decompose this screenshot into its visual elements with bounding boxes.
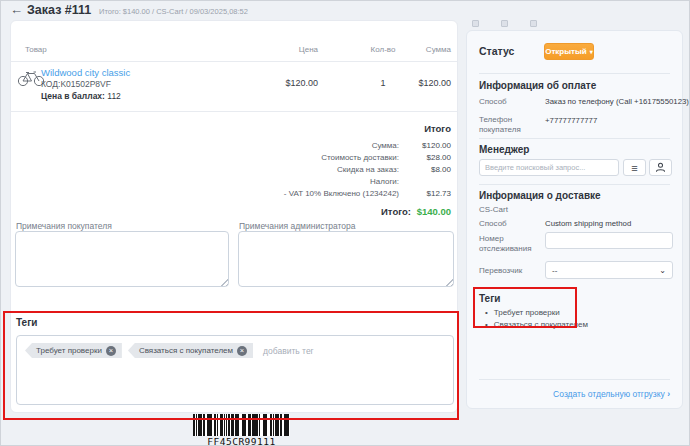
list-button[interactable]: ≡ (623, 159, 646, 176)
totals-label: Сумма: (159, 141, 399, 150)
totals-value: $28.00 (405, 153, 451, 162)
bullet-icon: • (485, 320, 488, 329)
totals-label: Налоги: (159, 177, 399, 186)
sidebar-tag-label: Связаться с покупателем (494, 320, 588, 329)
points-value: 112 (105, 91, 121, 101)
select-user-button[interactable] (649, 159, 672, 176)
status-dropdown-button[interactable]: Открытый ▾ (544, 43, 594, 60)
shipping-heading: Информация о доставке (479, 190, 601, 201)
toolbar (472, 20, 537, 27)
product-subtotal: $120.00 (381, 78, 451, 88)
totals-line: - VAT 10% Включено (1234242) $12.73 (11, 189, 451, 200)
order-meta: Итого: $140.00 / CS-Cart / 09/03/2025,08… (99, 7, 248, 16)
col-header-subtotal: Сумма (381, 45, 451, 54)
manager-search-input[interactable] (479, 159, 619, 176)
payment-method-label: Способ (479, 97, 541, 107)
totals-value: $8.00 (405, 165, 451, 174)
customer-notes-label: Примечания покупателя (16, 221, 112, 231)
tag-chip-label: Связаться с покупателем (139, 346, 233, 355)
product-price: $120.00 (248, 78, 318, 88)
divider (479, 184, 670, 185)
hamburger-icon: ≡ (631, 162, 637, 174)
order-card: Товар Цена Кол-во Сумма Wildwood city cl… (10, 20, 458, 413)
totals-label: Скидка на заказ: (159, 165, 399, 174)
status-value: Открытый (545, 47, 587, 56)
sidebar-tag-item: •Связаться с покупателем (485, 320, 588, 329)
shipping-method-label: Способ (479, 219, 541, 229)
totals-line: Скидка на заказ: $8.00 (11, 165, 451, 176)
manager-heading: Менеджер (479, 144, 529, 155)
customer-phone-label: Телефон покупателя (479, 115, 541, 135)
tags-section-heading: Теги (16, 317, 37, 328)
carrier-label: Перевозчик (479, 266, 541, 276)
product-points: Цена в баллах: 112 (41, 91, 121, 101)
select-caret-icon: ⌄ (659, 266, 666, 275)
barcode-image (193, 414, 290, 436)
payment-heading: Информация об оплате (479, 80, 596, 91)
product-link[interactable]: Wildwood city classic (41, 67, 130, 78)
bullet-icon: • (485, 308, 488, 317)
tag-chip-label: Требует проверки (36, 346, 102, 355)
back-icon[interactable]: ← (10, 2, 23, 17)
totals-value: $12.73 (405, 189, 451, 198)
create-shipment-link[interactable]: Создать отдельную отгрузку › (553, 389, 670, 399)
divider (479, 73, 670, 74)
admin-notes-label: Примечания администратора (239, 221, 356, 231)
chevron-right-icon: › (667, 389, 670, 399)
tag-chip[interactable]: Связаться с покупателем × (128, 343, 253, 358)
order-sidebar: Статус Открытый ▾ Информация об оплате С… (466, 30, 683, 409)
totals-value: $120.00 (405, 141, 451, 150)
carrier-select[interactable]: -- ⌄ (545, 261, 673, 279)
toolbar-panel-icon[interactable] (501, 20, 508, 27)
product-code: КОД:K01502P8VF (41, 79, 111, 89)
col-header-price: Цена (248, 45, 318, 54)
divider (479, 138, 670, 139)
grand-total-label: Итого: (251, 206, 411, 217)
customer-notes-textarea[interactable] (15, 231, 229, 287)
carrier-selected-value: -- (552, 266, 557, 275)
page-title: Заказ #111 (27, 3, 91, 17)
tracking-number-label: Номер отслеживания (479, 234, 541, 254)
sidebar-tags-heading: Теги (479, 293, 500, 304)
toolbar-list-icon[interactable] (472, 20, 479, 27)
remove-tag-icon[interactable]: × (237, 346, 247, 356)
divider (479, 379, 670, 380)
totals-label: - VAT 10% Включено (1234242) (159, 189, 399, 198)
grand-total-value: $140.00 (391, 206, 451, 217)
chevron-down-icon: ▾ (590, 48, 593, 55)
toolbar-columns-icon[interactable] (530, 20, 537, 27)
sidebar-tag-label: Требует проверки (494, 308, 560, 317)
totals-line: Стоимость доставки: $28.00 (11, 153, 451, 164)
totals-line: Сумма: $120.00 (11, 141, 451, 152)
shipping-method-value: Custom shipping method (545, 219, 631, 228)
create-shipment-label: Создать отдельную отгрузку (553, 389, 665, 399)
order-details-page: ← Заказ #111 Итого: $140.00 / CS-Cart / … (0, 0, 690, 446)
payment-method-value: Заказ по телефону (Call +16175550123) (545, 97, 689, 106)
tracking-number-input[interactable] (545, 232, 673, 249)
totals-label: Стоимость доставки: (159, 153, 399, 162)
admin-notes-textarea[interactable] (238, 231, 454, 287)
tags-input-area[interactable]: Требует проверки × Связаться с покупател… (16, 335, 454, 405)
table-header-divider (11, 61, 457, 62)
row-divider (11, 111, 457, 112)
barcode-text: FF45CR99111 (185, 436, 298, 446)
totals-heading: Итого (424, 123, 451, 134)
tag-chip[interactable]: Требует проверки × (25, 343, 122, 358)
status-label: Статус (479, 45, 514, 57)
sidebar-tag-item: •Требует проверки (485, 308, 560, 317)
customer-phone-value: +77777777777 (545, 116, 597, 125)
totals-line: Налоги: (11, 177, 451, 188)
col-header-product: Товар (25, 45, 47, 54)
points-label: Цена в баллах: (41, 91, 105, 101)
shipping-provider: CS-Cart (479, 205, 599, 215)
person-icon (655, 159, 666, 177)
add-tag-placeholder[interactable]: добавить тег (263, 346, 314, 356)
remove-tag-icon[interactable]: × (106, 346, 116, 356)
